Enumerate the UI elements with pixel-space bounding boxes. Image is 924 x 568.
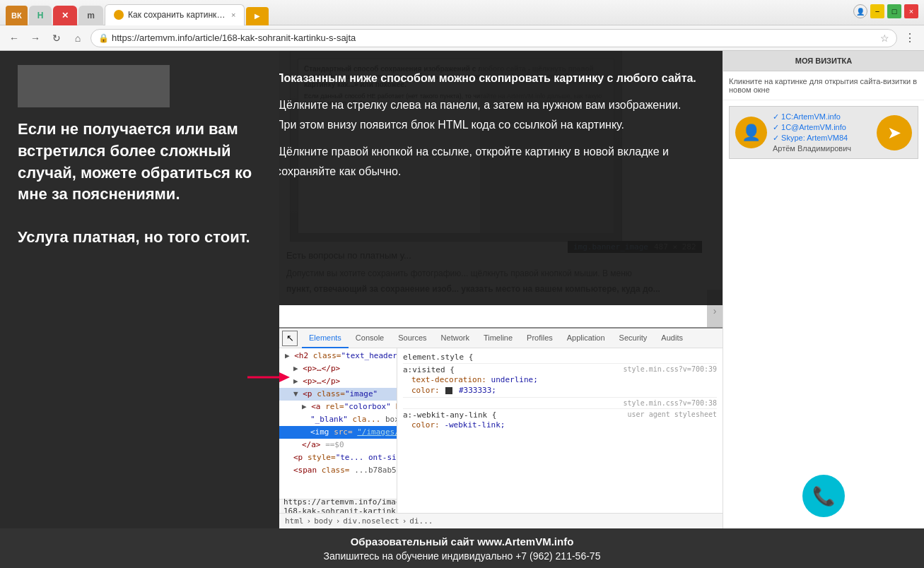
arrow-circle-icon: ➤ <box>877 115 912 150</box>
devtools-line-10: <span class= ...b78ab586179fdc62c4d4><sp… <box>279 464 397 477</box>
devtools-tab-sources[interactable]: Sources <box>391 329 433 348</box>
left-panel-text2: Услуга платная, но того стоит. <box>18 227 262 249</box>
overlay-line2: Щёлкните на стрелку слева на панели, а з… <box>279 95 703 135</box>
browser-window: ВК Н ✕ m Как сохранить картинку... × ▶ 👤 <box>0 0 924 568</box>
css-section-webkit: a:-webkit-any-link { user agent styleshe… <box>403 408 717 432</box>
devtools-line-3: ▶ <p>…</p> <box>279 375 397 388</box>
tab-vk[interactable]: ВК <box>6 6 28 25</box>
addressbar-row: ← → ↻ ⌂ 🔒 https://artemvm.info/article/1… <box>0 25 924 51</box>
close-button[interactable]: × <box>904 4 918 18</box>
breadcrumb-div-noselect[interactable]: div.noselect <box>343 516 399 526</box>
devtools-breadcrumb: html › body › div.noselect › di... <box>279 513 723 528</box>
bookmark-star-icon[interactable]: ☆ <box>880 32 889 44</box>
maximize-button[interactable]: □ <box>887 4 901 18</box>
chrome-fav-icon <box>114 10 124 20</box>
devtools-tab-application[interactable]: Application <box>560 329 612 348</box>
tab-m[interactable]: m <box>78 6 103 25</box>
back-button[interactable]: ← <box>6 30 23 47</box>
css-section-element-style: element.style { <box>403 351 717 363</box>
x-icon: ✕ <box>62 11 69 20</box>
tab-x[interactable]: ✕ <box>53 6 77 25</box>
user-icon-btn[interactable]: 👤 <box>853 4 867 18</box>
avatar-icon: 👤 <box>735 117 767 148</box>
h-icon: Н <box>37 11 44 20</box>
url-status-bar: https://artemvm.info/images/articles/thu… <box>279 499 397 513</box>
business-card-area: 👤 ✓ 1C:ArtemVM.info ✓ 1C@ArtemVM.info ✓ … <box>723 100 924 165</box>
devtools-line-9: <p style="te... ont-size:12px; color:#66… <box>279 451 397 464</box>
devtools-body: ▶ <h2 class="text_header">Пример: как со… <box>279 348 723 513</box>
browser-menu-icon[interactable]: ⋮ <box>901 31 918 45</box>
arrow-right-graphic <box>247 367 290 391</box>
devtools-css-content: element.style { a:visited { style.min.cs… <box>397 348 723 513</box>
devtools-line-8: </a> ==$0 <box>279 439 397 451</box>
devtools-tab-audits[interactable]: Audits <box>654 329 690 348</box>
breadcrumb-body[interactable]: body <box>314 516 333 526</box>
color-swatch-1 <box>445 387 452 394</box>
browser-titlebar: ВК Н ✕ m Как сохранить картинку... × ▶ 👤 <box>0 0 924 25</box>
breadcrumb-di[interactable]: di... <box>409 516 433 526</box>
footer-line2: Запишитесь на обучение индивидуально +7 … <box>324 550 601 562</box>
devtools-tab-timeline[interactable]: Timeline <box>476 329 520 348</box>
devtools-line-2: ▶ <p>…</p> <box>279 362 397 375</box>
devtools-panel: ↖ Elements Console Sources Network Timel… <box>279 327 723 528</box>
m-icon: m <box>87 11 95 20</box>
devtools-line-5: ▶ <a rel="colorbox" href="/images/articl… <box>279 401 397 413</box>
address-bar[interactable]: 🔒 https://artemvm.info/article/168-kak-s… <box>90 29 897 47</box>
tab-main[interactable]: Как сохранить картинку... × <box>105 4 245 25</box>
vk-icon: ВК <box>11 11 22 20</box>
forward-button[interactable]: → <box>27 30 44 47</box>
business-card-info: ✓ 1C:ArtemVM.info ✓ 1C@ArtemVM.info ✓ Sk… <box>773 112 851 153</box>
overlay-line1: Показанным ниже способом можно скопирова… <box>279 69 703 88</box>
my-business-card-header: МОЯ ВИЗИТКА <box>723 51 924 71</box>
devtools-line-7: <img src= "/images/articles/thumbs/image… <box>279 426 397 439</box>
phone-button[interactable]: 📞 <box>802 475 845 517</box>
top-image <box>18 65 170 107</box>
css-section-a-visited: a:visited { style.min.css?v=700:39 text-… <box>403 363 717 397</box>
phone-area: 📞 <box>723 165 924 528</box>
devtools-tab-network[interactable]: Network <box>434 329 476 348</box>
devtools-toolbar: ↖ Elements Console Sources Network Timel… <box>279 329 723 348</box>
devtools-tab-console[interactable]: Console <box>349 329 391 348</box>
big-text-overlay: Показанным ниже способом можно скопирова… <box>279 51 723 305</box>
css-section-empty: style.min.css?v=700:38 <box>403 397 717 408</box>
right-sidebar: МОЯ ВИЗИТКА Кликните на картинке для отк… <box>723 51 924 528</box>
devtools-tab-profiles[interactable]: Profiles <box>520 329 560 348</box>
devtools-css-panel: element.style { a:visited { style.min.cs… <box>397 348 723 513</box>
devtools-tab-security[interactable]: Security <box>612 329 655 348</box>
devtools-line-4: ▼ <p class="image" <box>279 388 397 401</box>
reload-button[interactable]: ↻ <box>48 30 65 47</box>
devtools-html-panel: ▶ <h2 class="text_header">Пример: как со… <box>279 348 397 513</box>
page-area: Если не получается или вам встретился бо… <box>0 51 924 528</box>
business-card-link[interactable]: 👤 ✓ 1C:ArtemVM.info ✓ 1C@ArtemVM.info ✓ … <box>729 106 918 159</box>
svg-marker-1 <box>279 372 290 382</box>
overlay-line3: Щёлкните правой кнопкой на ссылке, откро… <box>279 142 703 182</box>
tab-h[interactable]: Н <box>29 6 52 25</box>
tab-close-icon[interactable]: × <box>231 11 235 19</box>
devtools-cursor-button[interactable]: ↖ <box>282 331 298 346</box>
minimize-button[interactable]: − <box>870 4 884 18</box>
orange-icon: ▶ <box>255 12 260 20</box>
url-text: https://artemvm.info/article/168-kak-soh… <box>112 32 356 43</box>
lock-icon: 🔒 <box>98 33 109 43</box>
business-card-text: Кликните на картинке для открытия сайта-… <box>723 71 924 100</box>
breadcrumb-html[interactable]: html <box>285 516 304 526</box>
home-button[interactable]: ⌂ <box>69 30 86 47</box>
page-footer: Образовательный сайт www.ArtemVM.info За… <box>0 528 924 568</box>
main-content-area: Стандартный способ сохранения изображени… <box>279 51 723 528</box>
tab-orange[interactable]: ▶ <box>246 7 269 25</box>
img-src-link[interactable]: "/images/articles/thumbs/image__0492-168… <box>357 427 397 437</box>
tab-main-label: Как сохранить картинку... <box>128 10 227 20</box>
devtools-line-1: ▶ <h2 class="text_header">Пример: как со… <box>279 350 397 362</box>
devtools-tab-elements[interactable]: Elements <box>302 329 349 348</box>
devtools-line-6: "_blank" cla... boxElement" <box>279 413 397 426</box>
left-panel: Если не получается или вам встретился бо… <box>0 51 279 528</box>
footer-line1: Образовательный сайт www.ArtemVM.info <box>351 536 574 548</box>
left-panel-text: Если не получается или вам встретился бо… <box>18 119 262 206</box>
tab-bar: ВК Н ✕ m Как сохранить картинку... × ▶ <box>6 0 918 25</box>
window-controls: 👤 − □ × <box>853 4 918 18</box>
